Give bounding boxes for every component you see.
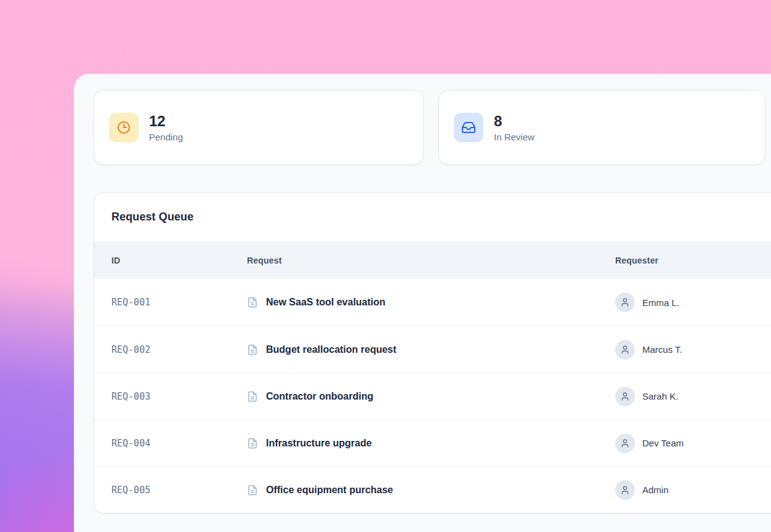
clock-icon [109,113,139,142]
avatar [615,340,635,360]
avatar [615,387,635,406]
request-cell: Office equipment purchase [247,485,615,496]
avatar [615,480,635,500]
table-row[interactable]: REQ-001 New SaaS tool evaluation Emma L. [94,279,771,326]
table-body: REQ-001 New SaaS tool evaluation Emma L.… [94,279,771,513]
request-id: REQ-005 [111,485,247,496]
requester-cell: Admin [615,480,771,500]
request-title: New SaaS tool evaluation [266,297,386,308]
request-queue-card: Request Queue ID Request Requester REQ-0… [94,192,771,514]
avatar [615,433,635,453]
requester-name: Sarah K. [642,391,678,401]
table-row[interactable]: REQ-004 Infrastructure upgrade Dev Team [94,419,771,466]
column-header-requester: Requester [615,256,771,265]
table-row[interactable]: REQ-003 Contractor onboarding Sarah K. [94,373,771,419]
column-header-request: Request [247,256,615,265]
stat-value-pending: 12 [149,113,183,130]
requester-cell: Dev Team [615,433,771,453]
request-title: Budget reallocation request [266,344,397,355]
request-title: Infrastructure upgrade [266,438,372,449]
table-row[interactable]: REQ-005 Office equipment purchase Admin [94,466,771,513]
requester-name: Dev Team [642,438,684,448]
request-id: REQ-001 [111,297,247,308]
file-text-icon [247,391,258,402]
stat-card-in-review: 8 In Review [438,90,765,165]
inbox-icon [454,113,483,142]
file-text-icon [247,344,258,355]
stat-card-pending: 12 Pending [94,90,424,165]
stat-value-in-review: 8 [494,113,535,130]
request-cell: Budget reallocation request [247,344,615,355]
stat-label-pending: Pending [149,132,183,142]
requester-name: Emma L. [642,297,679,308]
table-row[interactable]: REQ-002 Budget reallocation request Marc… [94,326,771,373]
request-title: Contractor onboarding [266,391,373,402]
request-cell: Contractor onboarding [247,391,615,402]
table-header-row: ID Request Requester [94,242,771,279]
requester-name: Admin [642,485,669,495]
requester-cell: Sarah K. [615,387,771,406]
request-title: Office equipment purchase [266,485,393,496]
requester-cell: Emma L. [615,292,771,312]
request-id: REQ-003 [111,391,247,402]
file-text-icon [247,297,258,308]
table-title: Request Queue [111,211,193,224]
stat-text: 8 In Review [494,113,535,142]
file-text-icon [247,438,258,449]
main-panel: 12 Pending 8 In Review Request Queue ID … [74,74,771,532]
request-cell: Infrastructure upgrade [247,438,615,449]
stats-row: 12 Pending 8 In Review [94,90,771,165]
avatar [615,292,635,312]
request-cell: New SaaS tool evaluation [247,297,615,308]
file-text-icon [247,485,258,496]
request-id: REQ-004 [111,438,247,449]
column-header-id: ID [111,256,247,265]
request-id: REQ-002 [111,344,247,355]
requester-cell: Marcus T. [615,340,771,360]
stat-text: 12 Pending [149,113,183,142]
stat-label-in-review: In Review [494,132,535,142]
table-title-row: Request Queue [94,193,771,242]
requester-name: Marcus T. [642,344,682,355]
